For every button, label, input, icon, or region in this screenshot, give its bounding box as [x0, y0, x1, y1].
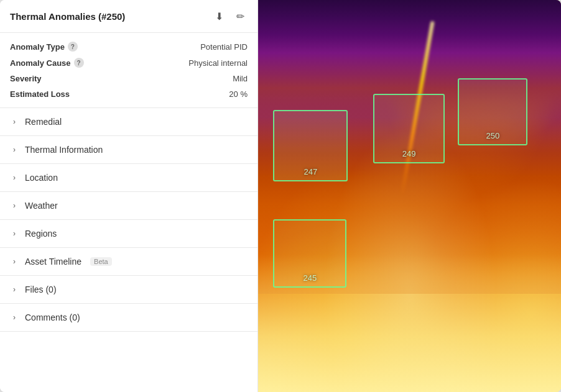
accordion-asset-timeline-header[interactable]: › Asset Timeline Beta	[0, 248, 257, 275]
panel-header: Thermal Anomalies (#250) ⬇ ✏	[0, 0, 257, 33]
accordion-comments-label: Comments (0)	[25, 312, 80, 322]
accordion-asset-timeline: › Asset Timeline Beta	[0, 248, 257, 276]
accordion-list: › Remedial › Thermal Information › Locat…	[0, 108, 257, 332]
chevron-right-icon: ›	[10, 285, 19, 294]
anomaly-type-label: Anomaly Type ?	[10, 42, 78, 52]
panel-box-247: 247	[273, 110, 348, 181]
accordion-asset-timeline-label: Asset Timeline	[25, 257, 81, 267]
accordion-weather: › Weather	[0, 192, 257, 220]
accordion-weather-header[interactable]: › Weather	[0, 192, 257, 219]
anomaly-type-value: Potential PID	[200, 42, 248, 52]
severity-value: Mild	[233, 74, 248, 83]
anomaly-cause-value: Physical internal	[188, 58, 248, 68]
panel-header-icons: ⬇ ✏	[211, 9, 248, 24]
accordion-comments-header[interactable]: › Comments (0)	[0, 304, 257, 331]
accordion-location-label: Location	[25, 173, 58, 183]
beta-badge: Beta	[90, 257, 112, 266]
anomaly-cause-row: Anomaly Cause ? Physical internal	[10, 58, 248, 68]
chevron-right-icon: ›	[10, 145, 19, 154]
main-container: Thermal Anomalies (#250) ⬇ ✏ Anomaly Typ…	[0, 0, 561, 392]
panel-title: Thermal Anomalies (#250)	[10, 11, 125, 22]
panel-number-247: 247	[304, 167, 317, 176]
chevron-right-icon: ›	[10, 313, 19, 322]
panel-number-250: 250	[486, 131, 500, 140]
panel-box-245: 245	[273, 219, 346, 288]
panel-box-250: 250	[458, 78, 527, 145]
fields-section: Anomaly Type ? Potential PID Anomaly Cau…	[0, 33, 257, 108]
left-panel: Thermal Anomalies (#250) ⬇ ✏ Anomaly Typ…	[0, 0, 258, 392]
accordion-regions-header[interactable]: › Regions	[0, 220, 257, 247]
anomaly-type-row: Anomaly Type ? Potential PID	[10, 42, 248, 52]
chevron-right-icon: ›	[10, 229, 19, 238]
chevron-right-icon: ›	[10, 201, 19, 210]
accordion-remedial-label: Remedial	[25, 117, 62, 127]
accordion-remedial: › Remedial	[0, 108, 257, 136]
accordion-files: › Files (0)	[0, 276, 257, 304]
estimated-loss-value: 20 %	[229, 89, 248, 99]
estimated-loss-label: Estimated Loss	[10, 89, 70, 99]
severity-row: Severity Mild	[10, 74, 248, 83]
chevron-right-icon: ›	[10, 257, 19, 266]
accordion-location: › Location	[0, 164, 257, 192]
anomaly-cause-help-icon[interactable]: ?	[74, 58, 84, 68]
accordion-files-label: Files (0)	[25, 285, 57, 294]
anomaly-type-help-icon[interactable]: ?	[68, 42, 78, 52]
chevron-right-icon: ›	[10, 117, 19, 126]
accordion-location-header[interactable]: › Location	[0, 164, 257, 191]
panel-box-249: 249	[373, 94, 445, 163]
accordion-files-header[interactable]: › Files (0)	[0, 276, 257, 303]
accordion-remedial-header[interactable]: › Remedial	[0, 108, 257, 135]
chevron-right-icon: ›	[10, 173, 19, 182]
panel-number-245: 245	[303, 273, 317, 283]
thermal-canvas: 247 249 250 245	[258, 0, 561, 392]
accordion-thermal-information-label: Thermal Information	[25, 145, 103, 155]
accordion-comments: › Comments (0)	[0, 304, 257, 332]
accordion-thermal-information-header[interactable]: › Thermal Information	[0, 136, 257, 163]
accordion-weather-label: Weather	[25, 201, 58, 211]
anomaly-cause-label: Anomaly Cause ?	[10, 58, 84, 68]
severity-label: Severity	[10, 74, 42, 83]
download-icon[interactable]: ⬇	[211, 9, 226, 24]
panel-number-249: 249	[402, 149, 416, 158]
edit-icon[interactable]: ✏	[233, 9, 248, 24]
accordion-regions: › Regions	[0, 220, 257, 248]
estimated-loss-row: Estimated Loss 20 %	[10, 89, 248, 99]
thermal-image-panel: 247 249 250 245	[258, 0, 561, 392]
accordion-regions-label: Regions	[25, 229, 57, 239]
accordion-thermal-information: › Thermal Information	[0, 136, 257, 164]
